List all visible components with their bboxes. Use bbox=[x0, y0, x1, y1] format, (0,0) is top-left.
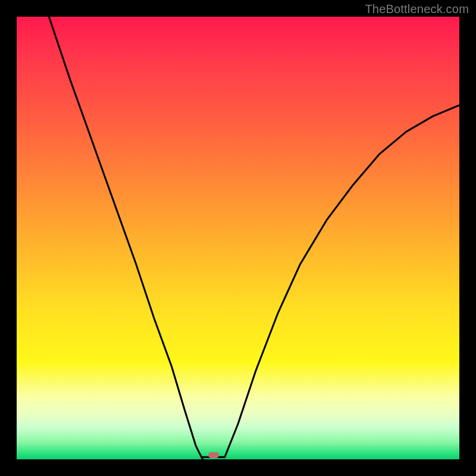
optimal-point-marker bbox=[208, 452, 219, 458]
curve-path bbox=[49, 17, 459, 459]
plot-area bbox=[17, 17, 459, 459]
bottleneck-curve bbox=[17, 17, 459, 459]
watermark-text: TheBottleneck.com bbox=[365, 2, 469, 16]
chart-frame: TheBottleneck.com bbox=[0, 0, 476, 476]
